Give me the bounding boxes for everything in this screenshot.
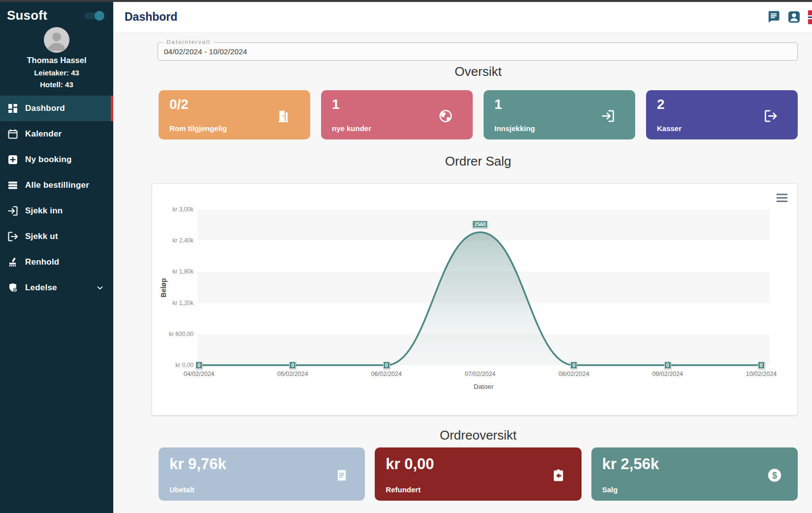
- summary-cards: kr 9,76k Ubetalt kr 0,00 Refundert kr 2,…: [159, 447, 798, 501]
- sidebar-item-sjekk-inn[interactable]: Sjekk inn: [0, 198, 113, 224]
- cash-registers-card[interactable]: 2 Kasser: [646, 90, 798, 139]
- overview-heading: Oversikt: [159, 64, 798, 79]
- data-point-label: 2560: [472, 221, 487, 228]
- globe-icon: [438, 108, 453, 123]
- page-title: Dashbord: [125, 10, 177, 24]
- card-label: Rom tilgjengelig: [169, 124, 227, 133]
- data-point-label: 0: [758, 362, 765, 369]
- sidebar: Susoft Thomas Hassel Leietaker: 43 Hotel…: [0, 2, 113, 513]
- check-in-icon: [7, 205, 19, 217]
- card-label: Salg: [602, 485, 618, 494]
- window-top-strip: [0, 0, 812, 2]
- refunded-card[interactable]: kr 0,00 Refundert: [375, 447, 581, 501]
- check-in-card[interactable]: 1 Innsjekking: [484, 90, 635, 139]
- card-label: Ubetalt: [169, 485, 195, 494]
- calendar-icon: [7, 128, 19, 140]
- card-value: 2: [657, 97, 665, 112]
- chart-menu-icon[interactable]: [777, 194, 787, 202]
- card-label: Kasser: [657, 124, 682, 133]
- main-content: Datointervall Oversikt 0/2 Rom tilgjenge…: [113, 33, 812, 513]
- chevron-down-icon: [96, 283, 104, 292]
- svg-text:$: $: [772, 471, 777, 480]
- x-tick-label: 09/02/2024: [652, 371, 683, 377]
- x-tick-label: 06/02/2024: [371, 371, 402, 377]
- topbar: Dashbord: [113, 2, 812, 33]
- date-range-label: Datointervall: [163, 39, 214, 45]
- brush-icon: [7, 256, 19, 268]
- avatar: [44, 27, 69, 53]
- dollar-icon: $: [767, 468, 782, 482]
- dashboard-icon: [7, 103, 19, 114]
- refund-icon: [551, 468, 566, 482]
- norway-flag-icon[interactable]: [808, 10, 812, 24]
- user-profile: Thomas Hassel Leietaker: 43 Hotell: 43: [0, 27, 113, 89]
- toggle-knob: [95, 11, 104, 21]
- unpaid-card[interactable]: kr 9,76k Ubetalt: [159, 447, 365, 501]
- user-hotel: Hotell: 43: [0, 80, 113, 89]
- overview-cards: 0/2 Rom tilgjengelig 1 nye kunder 1 Inns…: [159, 90, 798, 139]
- sidebar-item-alle-bestillinger[interactable]: Alle bestillinger: [0, 172, 113, 198]
- check-in-icon: [601, 108, 616, 123]
- card-label: nye kunder: [332, 124, 371, 133]
- account-icon[interactable]: [787, 10, 801, 24]
- data-point-label: 0: [664, 362, 671, 369]
- x-tick-label: 04/02/2024: [184, 371, 215, 377]
- y-tick-label: kr 1,80k: [157, 268, 194, 275]
- y-tick-label: kr 2,40k: [157, 237, 194, 244]
- sales-card[interactable]: kr 2,56k Salg $: [591, 447, 798, 501]
- sidebar-item-dashbord[interactable]: Dashbord: [0, 96, 113, 121]
- sidebar-nav: Dashbord Kalender Ny booking Alle bestil…: [0, 96, 113, 301]
- sidebar-item-kalender[interactable]: Kalender: [0, 121, 113, 147]
- x-axis-title: Datoer: [197, 383, 770, 390]
- card-label: Innsjekking: [494, 124, 535, 133]
- order-summary-heading: Ordreoversikt: [159, 428, 798, 443]
- y-tick-label: kr 3,00k: [157, 206, 194, 213]
- x-tick-label: 08/02/2024: [558, 371, 589, 377]
- y-tick-label: kr 600,00: [157, 331, 194, 338]
- receipt-icon: [334, 468, 349, 482]
- card-value: kr 0,00: [386, 455, 434, 473]
- y-tick-label: kr 0,00: [157, 362, 194, 369]
- x-tick-label: 07/02/2024: [465, 371, 496, 377]
- date-range-field[interactable]: [158, 42, 798, 61]
- door-icon: [276, 108, 291, 123]
- area-fill: [199, 232, 761, 365]
- orders-sales-heading: Ordrer Salg: [159, 154, 798, 169]
- data-point-label: 0: [289, 362, 296, 369]
- check-out-icon: [7, 231, 19, 242]
- new-customers-card[interactable]: 1 nye kunder: [321, 90, 473, 139]
- chat-icon[interactable]: [766, 10, 780, 24]
- add-box-icon: [7, 154, 19, 166]
- brand-logo: Susoft: [7, 8, 47, 23]
- sales-area-chart: [197, 209, 770, 365]
- list-icon: [7, 179, 19, 191]
- data-point-label: 0: [195, 362, 202, 369]
- user-name: Thomas Hassel: [0, 56, 113, 65]
- sidebar-toggle-switch[interactable]: [85, 12, 102, 19]
- x-tick-label: 05/02/2024: [277, 371, 308, 377]
- rooms-available-card[interactable]: 0/2 Rom tilgjengelig: [159, 90, 310, 139]
- x-tick-label: 10/02/2024: [746, 371, 777, 377]
- card-label: Refundert: [386, 485, 421, 494]
- card-value: 1: [332, 97, 340, 112]
- user-tenant: Leietaker: 43: [0, 68, 113, 77]
- data-point-label: 0: [383, 362, 390, 369]
- card-value: kr 2,56k: [602, 455, 659, 473]
- sales-chart-card: Beløp Datoer kr 0,00kr 600,00kr 1,20kkr …: [152, 183, 798, 415]
- card-value: 0/2: [169, 97, 189, 112]
- shield-icon: [7, 282, 19, 294]
- data-point-label: 0: [570, 362, 577, 369]
- sidebar-item-ledelse[interactable]: Ledelse: [0, 275, 113, 301]
- card-value: 1: [494, 97, 502, 112]
- sidebar-item-ny-booking[interactable]: Ny booking: [0, 147, 113, 172]
- sidebar-item-renhold[interactable]: Renhold: [0, 249, 113, 275]
- check-out-icon: [763, 108, 778, 123]
- person-silhouette-icon: [44, 27, 69, 53]
- card-value: kr 9,76k: [169, 455, 227, 473]
- date-range-input[interactable]: [164, 43, 771, 60]
- dashboard-page: Susoft Thomas Hassel Leietaker: 43 Hotel…: [0, 0, 812, 513]
- y-tick-label: kr 1,20k: [157, 300, 194, 307]
- sidebar-item-sjekk-ut[interactable]: Sjekk ut: [0, 224, 113, 249]
